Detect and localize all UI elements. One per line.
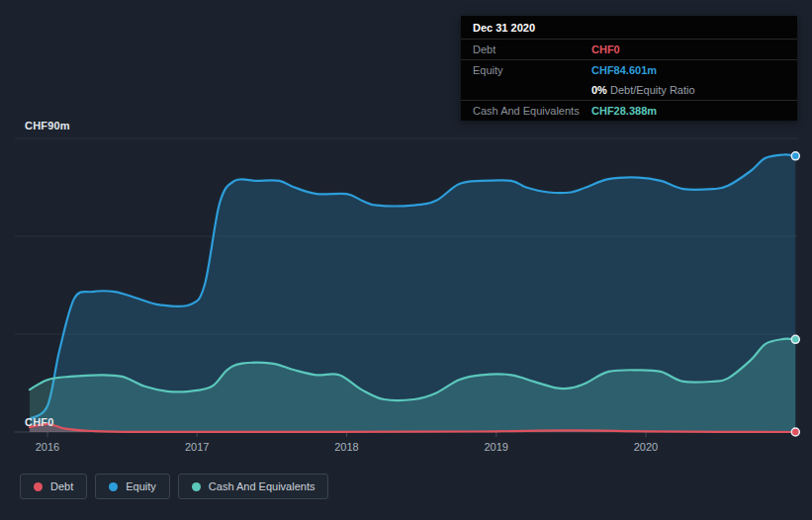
- tooltip-row-ratio: 0% Debt/Equity Ratio: [461, 80, 797, 101]
- x-axis-label-2016: 2016: [28, 441, 67, 453]
- y-axis-label-zero: CHF0: [25, 416, 54, 428]
- debt-dot-icon: [34, 482, 43, 491]
- tooltip-ratio-percent: 0%: [591, 84, 607, 96]
- tooltip-debt-label: Debt: [473, 43, 591, 55]
- tooltip-cash-label: Cash And Equivalents: [473, 105, 591, 117]
- tooltip-cash-value: CHF28.388m: [591, 105, 657, 117]
- debt-endpoint-dot: [791, 428, 799, 436]
- tooltip-row-debt: Debt CHF0: [461, 40, 797, 60]
- chart-legend: Debt Equity Cash And Equivalents: [20, 474, 328, 499]
- hover-tooltip: Dec 31 2020 Debt CHF0 Equity CHF84.601m …: [461, 16, 797, 121]
- legend-debt-label: Debt: [50, 480, 73, 492]
- equity-endpoint-dot: [791, 152, 799, 160]
- tooltip-row-cash: Cash And Equivalents CHF28.388m: [461, 101, 797, 121]
- tooltip-date: Dec 31 2020: [461, 16, 797, 40]
- cash-and-equivalents-endpoint-dot: [791, 335, 799, 343]
- tooltip-debt-value: CHF0: [591, 43, 620, 55]
- x-axis-label-2018: 2018: [327, 441, 367, 453]
- x-axis: 2016 2017 2018 2019 2020: [0, 441, 812, 457]
- legend-item-equity[interactable]: Equity: [95, 474, 170, 499]
- legend-item-debt[interactable]: Debt: [20, 474, 87, 499]
- debt-equity-history-chart: CHF90m CHF0 2016 2017 2018 2019 2020 Dec…: [0, 0, 812, 520]
- x-axis-label-2017: 2017: [177, 441, 217, 453]
- y-axis-label-max: CHF90m: [25, 120, 70, 131]
- tooltip-ratio-value: 0% Debt/Equity Ratio: [591, 84, 695, 96]
- legend-item-cash[interactable]: Cash And Equivalents: [178, 474, 329, 499]
- equity-dot-icon: [109, 482, 118, 491]
- tooltip-equity-label: Equity: [473, 64, 591, 76]
- tooltip-equity-value: CHF84.601m: [591, 64, 657, 76]
- legend-equity-label: Equity: [126, 480, 156, 492]
- x-axis-label-2019: 2019: [477, 441, 516, 453]
- legend-cash-label: Cash And Equivalents: [209, 480, 316, 492]
- x-axis-label-2020: 2020: [626, 441, 666, 453]
- tooltip-ratio-caption: Debt/Equity Ratio: [607, 84, 695, 96]
- cash-dot-icon: [192, 482, 201, 491]
- tooltip-row-equity: Equity CHF84.601m: [461, 60, 797, 80]
